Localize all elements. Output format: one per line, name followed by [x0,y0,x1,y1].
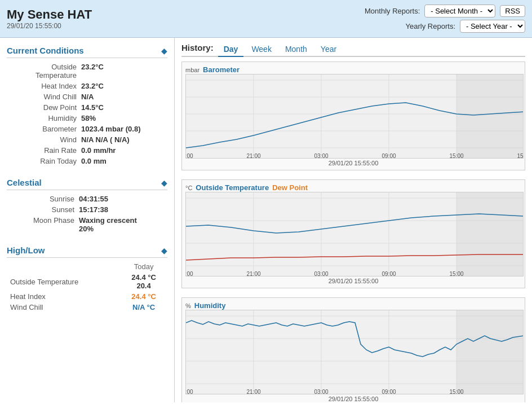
svg-text:15:00: 15:00 [185,153,193,159]
svg-text:09:00: 09:00 [382,271,396,276]
current-conditions-rows: Outside Temperature 23.2°C Heat Index 23… [7,62,167,166]
svg-text:09:00: 09:00 [382,389,396,394]
main-layout: Current Conditions ◆ Outside Temperature… [0,38,532,402]
sunset-label: Sunset [7,205,74,214]
rain-today-label: Rain Today [9,157,77,165]
temp-title: Outside Temperature [196,183,269,192]
dew-point-label: Dew Point [9,103,77,112]
svg-text:03:00: 03:00 [314,153,328,159]
highlow-wind-chill-row: Wind Chill N/A °C [7,302,167,313]
rain-rate-value: 0.0 mm/hr [81,146,165,155]
barometer-timestamp: 29/01/20 15:55:00 [185,160,521,166]
wind-chill-value: N/A [81,93,165,101]
svg-text:15:00: 15:00 [449,271,463,276]
highlow-outside-temp-label: Outside Temperature [7,272,120,291]
wind-chill-label: Wind Chill [9,93,77,101]
svg-text:15:00: 15:00 [517,153,524,159]
highlow-heat-index-value: 24.4 °C [120,291,167,302]
current-conditions-title: Current Conditions [7,46,84,55]
moon-phase-value: Waxing crescent 20% [79,216,167,233]
select-month-dropdown[interactable]: - Select Month - [424,5,495,17]
datetime: 29/01/20 15:55:00 [7,22,92,30]
highlow-section: High/Low ◆ Today Outside Temperature 24.… [0,242,174,316]
svg-text:09:00: 09:00 [382,153,396,159]
outside-temperature-value: 23.2°C [81,63,165,80]
right-panel: History: Day Week Month Year mbar Barome… [175,38,532,402]
highlow-heat-index-row: Heat Index 24.4 °C [7,291,167,302]
yearly-reports-label: Yearly Reports: [406,22,455,30]
highlow-outside-temp-value: 24.4 °C 20.4 [120,272,167,291]
outside-temperature-label: Outside Temperature [9,63,77,80]
rain-rate-label: Rain Rate [9,146,77,155]
moon-phase-row: Moon Phase Waxing crescent 20% [7,215,167,234]
svg-text:21:00: 21:00 [246,389,260,394]
wind-label: Wind [9,135,77,144]
current-conditions-section: Current Conditions ◆ Outside Temperature… [0,42,174,170]
wind-value: N/A N/A ( N/A) [81,135,165,144]
tab-day[interactable]: Day [218,42,244,57]
header-left: My Sense HAT 29/01/20 15:55:00 [7,7,92,30]
yearly-reports-row: Yearly Reports: - Select Year - [406,20,525,33]
tab-month[interactable]: Month [280,42,313,57]
rain-rate-row: Rain Rate 0.0 mm/hr [9,145,165,156]
svg-text:21:00: 21:00 [246,271,260,276]
barometer-svg-wrapper: 1026 1024 1022 1020 1018 15:00 21:00 03:… [185,74,521,159]
tab-year[interactable]: Year [315,42,342,57]
celestial-title: Celestial [7,178,42,187]
humidity-label: Humidity [9,114,77,122]
tab-week[interactable]: Week [246,42,277,57]
app-title: My Sense HAT [7,7,92,22]
wind-chill-row: Wind Chill N/A [9,91,165,102]
rain-today-row: Rain Today 0.0 mm [9,156,165,166]
humidity-svg: 59 57 55 53 15:00 21:00 03:00 09:00 15:0… [185,310,524,394]
select-year-dropdown[interactable]: - Select Year - [460,20,525,33]
moon-phase-label: Moon Phase [7,216,74,225]
temperature-svg: 24 20 16 12 15:00 21:00 03:00 09:00 15:0… [185,192,524,276]
svg-text:03:00: 03:00 [314,389,328,394]
barometer-chart: mbar Barometer [181,62,525,170]
outside-temperature-row: Outside Temperature 23.2°C [9,62,165,81]
barometer-svg: 1026 1024 1022 1020 1018 15:00 21:00 03:… [185,74,524,159]
temperature-chart: °C Outside Temperature Dew Point 24 [181,179,525,288]
sunset-value: 15:17:38 [79,205,167,214]
barometer-label: Barometer [9,125,77,133]
humidity-row: Humidity 58% [9,113,165,124]
sunrise-label: Sunrise [7,195,74,203]
heat-index-row: Heat Index 23.2°C [9,81,165,91]
sunrise-row: Sunrise 04:31:55 [7,194,167,204]
humidity-chart-title: Humidity [194,301,226,310]
highlow-title: High/Low [7,245,45,255]
rss-button[interactable]: RSS [500,5,525,17]
current-conditions-diamond: ◆ [161,46,167,55]
svg-rect-9 [456,74,524,159]
dew-point-value: 14.5°C [81,103,165,112]
temperature-timestamp: 29/01/20 15:55:00 [185,278,521,284]
highlow-diamond: ◆ [161,246,167,255]
humidity-svg-wrapper: 59 57 55 53 15:00 21:00 03:00 09:00 15:0… [185,310,521,394]
svg-text:21:00: 21:00 [246,153,260,159]
temp-y-label: °C [185,185,192,191]
temperature-svg-wrapper: 24 20 16 12 15:00 21:00 03:00 09:00 15:0… [185,192,521,276]
monthly-reports-row: Monthly Reports: - Select Month - RSS [365,5,525,17]
humidity-chart: % Humidity 59 57 55 [181,297,525,402]
highlow-header: High/Low ◆ [7,245,167,258]
barometer-row: Barometer 1023.4 mbar (0.8) [9,124,165,134]
highlow-wind-chill-value: N/A °C [120,302,167,313]
highlow-wind-chill-label: Wind Chill [7,302,120,313]
dew-point-row: Dew Point 14.5°C [9,102,165,113]
left-panel: Current Conditions ◆ Outside Temperature… [0,38,175,402]
svg-text:15:00: 15:00 [185,389,193,394]
celestial-diamond: ◆ [161,178,167,187]
celestial-header: Celestial ◆ [7,178,167,190]
history-label: History: [181,43,214,52]
svg-text:15:00: 15:00 [185,271,193,276]
history-header: History: Day Week Month Year [181,42,525,57]
celestial-section: Celestial ◆ Sunrise 04:31:55 Sunset 15:1… [0,174,174,238]
barometer-value: 1023.4 mbar (0.8) [81,125,165,133]
sunrise-value: 04:31:55 [79,195,167,203]
highlow-table: Today Outside Temperature 24.4 °C 20.4 H… [7,261,167,313]
svg-text:03:00: 03:00 [314,271,328,276]
barometer-y-label: mbar [185,67,200,73]
header-right: Monthly Reports: - Select Month - RSS Ye… [365,5,525,33]
svg-rect-47 [456,310,524,394]
